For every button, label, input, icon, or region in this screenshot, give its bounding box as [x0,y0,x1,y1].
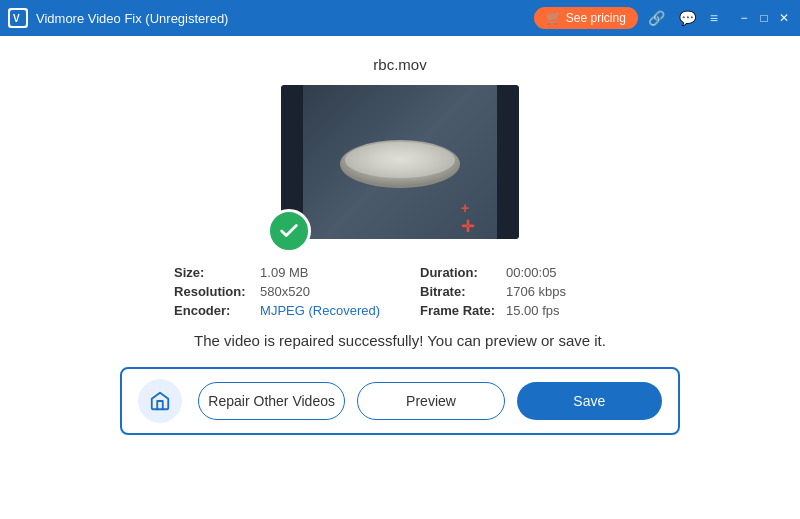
info-duration: Duration: 00:00:05 [420,265,626,280]
window-controls: − □ ✕ [736,10,792,26]
video-filename: rbc.mov [373,56,426,73]
save-button[interactable]: Save [517,382,662,420]
info-bitrate: Bitrate: 1706 kbps [420,284,626,299]
link-icon[interactable]: 🔗 [644,8,669,28]
app-title: Vidmore Video Fix (Unregistered) [36,11,228,26]
pricing-button[interactable]: 🛒 See pricing [534,7,638,29]
size-label: Size: [174,265,254,280]
duration-value: 00:00:05 [506,265,557,280]
video-info: Size: 1.09 MB Duration: 00:00:05 Resolut… [174,265,626,318]
framerate-value: 15.00 fps [506,303,560,318]
repair-other-button[interactable]: Repair Other Videos [198,382,345,420]
rock-shape [335,132,465,192]
success-message: The video is repaired successfully! You … [194,332,606,349]
framerate-label: Frame Rate: [420,303,500,318]
video-thumb-inner: ✛ [281,85,519,239]
svg-text:V: V [13,13,20,24]
resolution-value: 580x520 [260,284,310,299]
home-button[interactable] [138,379,182,423]
info-framerate: Frame Rate: 15.00 fps [420,303,626,318]
titlebar-right: 🛒 See pricing 🔗 💬 ≡ − □ ✕ [534,7,792,29]
cart-icon: 🛒 [546,11,561,25]
encoder-label: Encoder: [174,303,254,318]
menu-icon[interactable]: ≡ [706,8,722,28]
pricing-label: See pricing [566,11,626,25]
video-thumbnail: ✛ [281,85,519,239]
minimize-button[interactable]: − [736,10,752,26]
bitrate-value: 1706 kbps [506,284,566,299]
close-button[interactable]: ✕ [776,10,792,26]
encoder-value: MJPEG (Recovered) [260,303,380,318]
check-badge [267,209,311,253]
preview-button[interactable]: Preview [357,382,504,420]
bitrate-label: Bitrate: [420,284,500,299]
info-encoder: Encoder: MJPEG (Recovered) [174,303,380,318]
info-resolution: Resolution: 580x520 [174,284,380,299]
titlebar: V Vidmore Video Fix (Unregistered) 🛒 See… [0,0,800,36]
titlebar-left: V Vidmore Video Fix (Unregistered) [8,8,228,28]
info-size: Size: 1.09 MB [174,265,380,280]
cursor-mark: ✛ [461,199,477,211]
app-icon: V [8,8,28,28]
main-content: rbc.mov ✛ [0,36,800,519]
duration-label: Duration: [420,265,500,280]
size-value: 1.09 MB [260,265,308,280]
maximize-button[interactable]: □ [756,10,772,26]
action-bar: Repair Other Videos Preview Save [120,367,680,435]
svg-point-3 [345,142,455,178]
chat-icon[interactable]: 💬 [675,8,700,28]
action-buttons: Repair Other Videos Preview Save [198,382,662,420]
resolution-label: Resolution: [174,284,254,299]
